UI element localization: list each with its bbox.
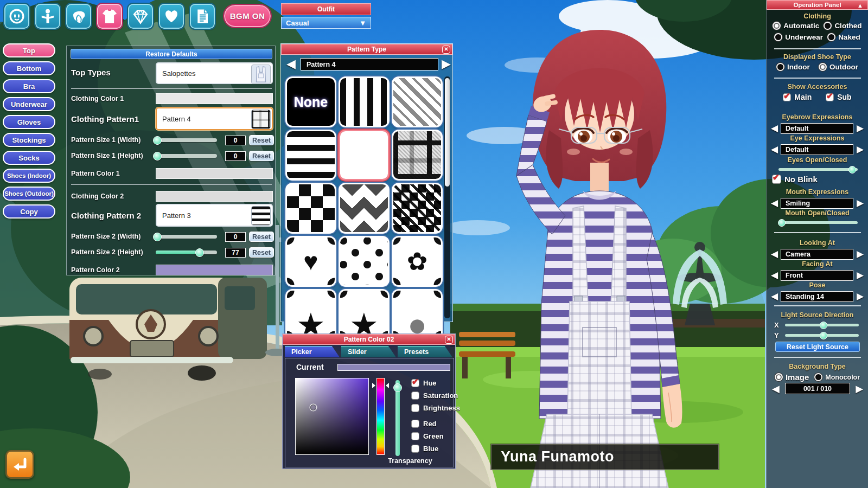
prev-arrow[interactable]: ◀ <box>771 198 778 209</box>
radio-icon[interactable] <box>776 63 784 71</box>
size1-width-reset-button[interactable]: Reset <box>249 135 274 145</box>
radio-icon[interactable] <box>774 33 782 41</box>
pattern-tile-tartan[interactable] <box>392 130 443 181</box>
slider-knob[interactable] <box>848 166 856 174</box>
checkbox[interactable]: ✔ <box>826 93 834 101</box>
radio-icon[interactable] <box>775 373 783 381</box>
next-arrow[interactable]: ▶ <box>857 123 864 134</box>
face-tab-icon[interactable] <box>4 4 29 29</box>
sidebar-item-shoes-outdoor[interactable]: Shoes (Outdoor) <box>3 187 55 201</box>
slider-knob[interactable] <box>778 219 786 227</box>
pattern-tile-polka-dots[interactable] <box>339 236 390 287</box>
top-types-select[interactable]: Salopettes <box>156 62 273 84</box>
light-x-slider[interactable] <box>785 324 859 326</box>
sidebar-item-underwear[interactable]: Underwear <box>3 97 55 111</box>
size2-width-reset-button[interactable]: Reset <box>249 232 274 242</box>
back-button[interactable] <box>5 450 34 479</box>
radio-underwear[interactable]: Underwear <box>774 33 823 41</box>
pattern-tile-none[interactable]: None <box>285 76 336 127</box>
pattern-tile-diamonds[interactable] <box>339 183 390 234</box>
sidebar-item-bra[interactable]: Bra <box>3 79 55 93</box>
collapse-arrow-icon[interactable]: ▲ <box>857 2 863 9</box>
scrollbar-thumb[interactable] <box>445 78 450 187</box>
card-tab-icon[interactable] <box>190 4 215 29</box>
clothing-color2-swatch[interactable] <box>156 191 273 202</box>
favorites-tab-icon[interactable] <box>159 4 184 29</box>
pattern-tile-houndstooth[interactable] <box>392 183 443 234</box>
prev-arrow[interactable]: ◀ <box>771 291 778 302</box>
pattern-tile-stars[interactable]: ★ <box>285 289 336 340</box>
bgm-toggle-button[interactable]: BGM ON <box>224 5 271 27</box>
prev-arrow[interactable]: ◀ <box>771 123 778 134</box>
size2-height-slider[interactable] <box>156 251 217 254</box>
clothing-color1-swatch[interactable] <box>156 93 273 104</box>
pattern-color1-swatch[interactable] <box>156 168 273 179</box>
radio-indoor[interactable]: Indoor <box>776 63 810 71</box>
clothing-pattern1-select[interactable]: Pattern 4 <box>156 107 273 130</box>
radio-icon[interactable] <box>824 22 832 30</box>
pattern-tile-vertical-stripes[interactable] <box>339 76 390 127</box>
pattern-tile-star[interactable]: ★ <box>339 289 390 340</box>
sidebar-item-shoes-indoor[interactable]: Shoes (Indoor) <box>3 169 55 183</box>
operation-panel-header[interactable]: Operation Panel ▲ <box>767 0 868 10</box>
accessory-tab-icon[interactable] <box>128 4 153 29</box>
radio-icon[interactable] <box>814 373 822 381</box>
channel-blue[interactable]: ✔Blue <box>411 445 438 453</box>
radio-naked[interactable]: Naked <box>827 33 860 41</box>
channel-saturation[interactable]: ✔Saturation <box>411 391 458 400</box>
slider-knob[interactable] <box>195 248 204 257</box>
eyes-open-slider[interactable] <box>778 168 858 171</box>
next-arrow[interactable]: ▶ <box>857 144 864 155</box>
checkbox[interactable]: ✔ <box>411 445 419 453</box>
channel-green[interactable]: ✔Green <box>411 432 444 440</box>
size2-width-slider[interactable] <box>156 235 217 239</box>
pattern-tile-checkerboard[interactable] <box>285 183 336 234</box>
pattern-tile-diagonal-stripes[interactable] <box>392 76 443 127</box>
hue-bar[interactable] <box>376 378 385 455</box>
channel-red[interactable]: ✔Red <box>411 420 437 428</box>
sidebar-item-top[interactable]: Top <box>3 43 55 57</box>
close-icon[interactable]: ✕ <box>445 336 453 344</box>
mouth-open-slider[interactable] <box>778 221 858 224</box>
close-icon[interactable]: ✕ <box>442 46 450 54</box>
pattern-tile-horizontal-stripes[interactable] <box>285 130 336 181</box>
bg-next-arrow[interactable]: ▶ <box>856 383 863 395</box>
radio-bg-monocolor[interactable]: Monocolor <box>814 373 860 382</box>
checkbox[interactable]: ✔ <box>411 379 419 387</box>
tab-presets[interactable]: Presets <box>398 346 452 357</box>
slider-knob[interactable] <box>153 233 162 241</box>
radio-bg-image[interactable]: Image <box>775 373 809 382</box>
pattern-tile-flower[interactable]: ✿ <box>392 236 443 287</box>
channel-hue[interactable]: ✔Hue <box>411 379 437 387</box>
sv-cursor[interactable] <box>310 404 316 410</box>
pattern-prev-arrow[interactable]: ◀ <box>286 58 296 70</box>
next-arrow[interactable]: ▶ <box>857 291 864 302</box>
restore-defaults-button[interactable]: Restore Defaults <box>71 49 272 59</box>
slider-knob[interactable] <box>153 136 162 145</box>
checkbox[interactable]: ✔ <box>411 432 419 440</box>
pattern-next-arrow[interactable]: ▶ <box>442 58 451 70</box>
checkbox-main-accessories[interactable]: ✔Main <box>783 93 812 101</box>
size1-width-slider[interactable] <box>156 138 217 142</box>
sidebar-item-copy[interactable]: Copy <box>3 204 55 219</box>
tab-slider[interactable]: Slider <box>341 346 396 357</box>
slider-knob[interactable] <box>820 322 827 329</box>
bg-prev-arrow[interactable]: ◀ <box>772 383 780 395</box>
next-arrow[interactable]: ▶ <box>857 249 864 260</box>
slider-knob[interactable] <box>393 383 402 392</box>
saturation-value-picker[interactable] <box>295 378 369 455</box>
prev-arrow[interactable]: ◀ <box>771 144 778 155</box>
checkbox-no-blink[interactable]: ✔No Blink <box>772 175 818 184</box>
channel-brightness[interactable]: ✔Brightness <box>411 404 460 412</box>
radio-outdoor[interactable]: Outdoor <box>819 63 858 71</box>
next-arrow[interactable]: ▶ <box>857 198 864 209</box>
sidebar-item-bottom[interactable]: Bottom <box>3 61 55 75</box>
prev-arrow[interactable]: ◀ <box>771 249 778 260</box>
size2-height-reset-button[interactable]: Reset <box>249 247 274 258</box>
sidebar-item-gloves[interactable]: Gloves <box>3 115 55 129</box>
checkbox[interactable]: ✔ <box>772 175 781 184</box>
pattern-color2-swatch[interactable] <box>156 265 273 275</box>
sidebar-item-stockings[interactable]: Stockings <box>3 133 55 147</box>
outfit-dropdown[interactable]: Casual ▼ <box>281 17 371 29</box>
checkbox[interactable]: ✔ <box>411 420 419 428</box>
